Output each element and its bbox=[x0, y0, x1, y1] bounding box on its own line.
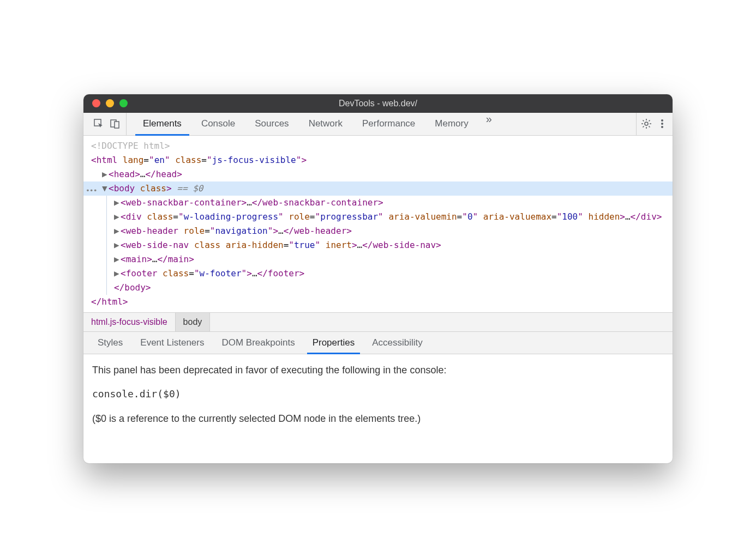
dom-child-footer[interactable]: ▶<footer class="w-footer">…</footer> bbox=[83, 267, 673, 281]
dom-child-loading[interactable]: ▶<div class="w-loading-progress" role="p… bbox=[83, 210, 673, 224]
tab-performance[interactable]: Performance bbox=[352, 113, 425, 135]
device-toggle-icon[interactable] bbox=[110, 118, 121, 129]
svg-point-5 bbox=[661, 123, 663, 125]
gear-icon[interactable] bbox=[641, 118, 652, 129]
zoom-icon[interactable] bbox=[119, 99, 128, 107]
more-tabs-icon[interactable]: » bbox=[478, 113, 500, 135]
titlebar: DevTools - web.dev/ bbox=[83, 94, 673, 113]
properties-command: console.dir($0) bbox=[92, 386, 664, 403]
dom-child-main[interactable]: ▶<main>…</main> bbox=[83, 252, 673, 267]
dom-child-snackbar[interactable]: ▶<web-snackbar-container>…</web-snackbar… bbox=[83, 196, 673, 210]
tab-sources[interactable]: Sources bbox=[245, 113, 298, 135]
tab-console[interactable]: Console bbox=[191, 113, 245, 135]
subtab-styles[interactable]: Styles bbox=[89, 332, 131, 354]
svg-rect-2 bbox=[115, 122, 119, 128]
properties-text-line1: This panel has been deprecated in favor … bbox=[92, 362, 664, 379]
svg-point-6 bbox=[661, 126, 663, 128]
dom-html-close[interactable]: </html> bbox=[83, 295, 673, 309]
svg-point-4 bbox=[661, 119, 663, 122]
dom-doctype[interactable]: <!DOCTYPE html> bbox=[83, 139, 673, 153]
dom-child-header[interactable]: ▶<web-header role="navigation">…</web-he… bbox=[83, 224, 673, 238]
traffic-lights bbox=[83, 99, 128, 107]
subtab-properties[interactable]: Properties bbox=[304, 332, 363, 354]
crumb-html[interactable]: html.js-focus-visible bbox=[83, 313, 176, 331]
minimize-icon[interactable] bbox=[106, 99, 114, 107]
dom-child-sidenav[interactable]: ▶<web-side-nav class aria-hidden="true" … bbox=[83, 238, 673, 252]
main-toolbar: Elements Console Sources Network Perform… bbox=[83, 113, 673, 136]
kebab-menu-icon[interactable] bbox=[661, 118, 664, 129]
devtools-window: DevTools - web.dev/ Elements Console Sou… bbox=[83, 94, 673, 463]
breadcrumb: html.js-focus-visible body bbox=[83, 312, 673, 331]
close-icon[interactable] bbox=[92, 99, 100, 107]
properties-panel: This panel has been deprecated in favor … bbox=[83, 354, 673, 463]
crumb-body[interactable]: body bbox=[176, 313, 211, 331]
tab-network[interactable]: Network bbox=[299, 113, 352, 135]
dom-html-open[interactable]: <html lang="en" class="js-focus-visible"… bbox=[83, 153, 673, 167]
inspect-tools bbox=[88, 113, 127, 135]
svg-point-3 bbox=[645, 122, 648, 125]
dom-head[interactable]: ▶<head>…</head> bbox=[83, 167, 673, 181]
dom-tree[interactable]: <!DOCTYPE html> <html lang="en" class="j… bbox=[83, 136, 673, 312]
properties-text-line2: ($0 is a reference to the currently sele… bbox=[92, 410, 664, 427]
dom-body-close[interactable]: </body> bbox=[83, 281, 673, 295]
window-title: DevTools - web.dev/ bbox=[83, 99, 673, 108]
toolbar-right bbox=[636, 113, 668, 135]
sidebar-tabs: Styles Event Listeners DOM Breakpoints P… bbox=[83, 331, 673, 354]
dom-body-open[interactable]: ▼<body class> == $0 bbox=[83, 181, 673, 196]
subtab-dom-breakpoints[interactable]: DOM Breakpoints bbox=[213, 332, 303, 354]
inspect-element-icon[interactable] bbox=[93, 118, 104, 129]
tab-elements[interactable]: Elements bbox=[133, 113, 191, 135]
subtab-accessibility[interactable]: Accessibility bbox=[363, 332, 431, 354]
tab-memory[interactable]: Memory bbox=[425, 113, 478, 135]
panel-tabs: Elements Console Sources Network Perform… bbox=[127, 113, 636, 135]
subtab-event-listeners[interactable]: Event Listeners bbox=[131, 332, 213, 354]
